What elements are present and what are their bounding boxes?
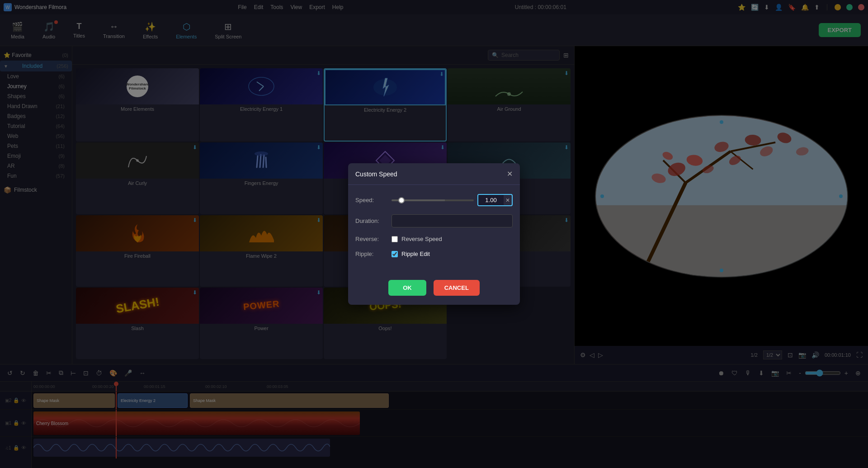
speed-label: Speed: bbox=[355, 197, 392, 203]
speed-input[interactable]: 1.00 bbox=[478, 195, 504, 205]
speed-row: Speed: 1.00 ✕ bbox=[355, 194, 513, 206]
reverse-checkbox[interactable] bbox=[392, 236, 398, 242]
ok-button[interactable]: OK bbox=[388, 280, 426, 296]
speed-slider[interactable] bbox=[392, 199, 474, 201]
reverse-row: Reverse: Reverse Speed bbox=[355, 236, 513, 242]
ripple-checkbox[interactable] bbox=[392, 251, 398, 257]
ripple-checkbox-label[interactable]: Ripple Edit bbox=[392, 251, 430, 257]
custom-speed-dialog: Custom Speed ✕ Speed: 1.00 ✕ Duration: 0… bbox=[348, 163, 520, 305]
dialog-close-button[interactable]: ✕ bbox=[507, 170, 513, 178]
ripple-row: Ripple: Ripple Edit bbox=[355, 251, 513, 257]
cancel-button[interactable]: CANCEL bbox=[434, 280, 480, 296]
dialog-title: Custom Speed bbox=[355, 170, 397, 178]
duration-label: Duration: bbox=[355, 217, 392, 224]
dialog-header: Custom Speed ✕ bbox=[348, 163, 520, 185]
duration-row: Duration: 00:00:04:23 bbox=[355, 214, 513, 227]
duration-input[interactable]: 00:00:04:23 bbox=[392, 214, 513, 227]
speed-input-wrapper: 1.00 ✕ bbox=[477, 194, 513, 206]
dialog-body: Speed: 1.00 ✕ Duration: 00:00:04:23 Reve… bbox=[348, 185, 520, 274]
speed-clear-button[interactable]: ✕ bbox=[504, 195, 512, 205]
reverse-checkbox-label[interactable]: Reverse Speed bbox=[392, 236, 442, 242]
ripple-check-label: Ripple Edit bbox=[401, 251, 430, 257]
dialog-overlay[interactable]: Custom Speed ✕ Speed: 1.00 ✕ Duration: 0… bbox=[0, 0, 868, 468]
ripple-label: Ripple: bbox=[355, 251, 392, 257]
reverse-label: Reverse: bbox=[355, 236, 392, 242]
reverse-check-label: Reverse Speed bbox=[401, 236, 442, 242]
dialog-footer: OK CANCEL bbox=[348, 274, 520, 305]
